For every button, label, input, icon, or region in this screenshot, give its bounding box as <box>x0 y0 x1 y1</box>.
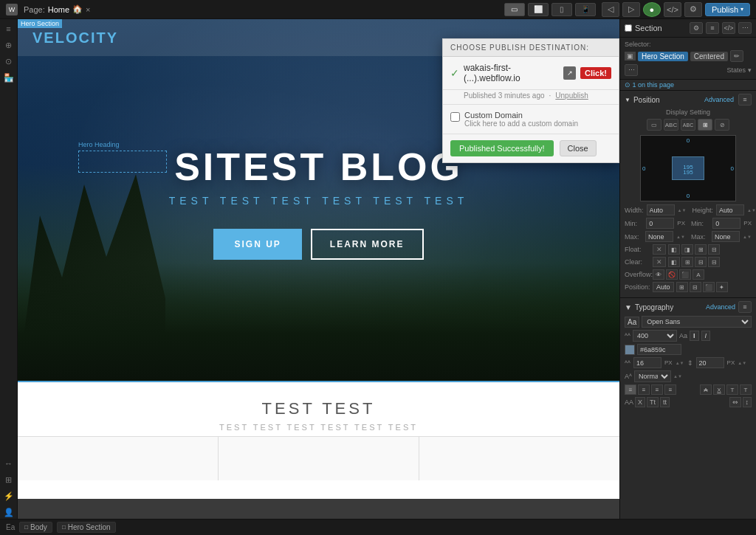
height-arrows[interactable]: ▲▼ <box>747 208 756 213</box>
pos-icon4[interactable]: ✦ <box>716 282 728 292</box>
normal-arrows[interactable]: ▲▼ <box>673 374 682 379</box>
tablet-device-btn[interactable]: ⬜ <box>528 3 549 16</box>
learn-more-button[interactable]: LEARN MORE <box>311 229 424 260</box>
breadcrumb-body[interactable]: □ Body <box>19 522 52 533</box>
breadcrumb-hero-section[interactable]: □ Hero Section <box>57 522 116 533</box>
max-width-input[interactable] <box>645 231 673 242</box>
font-select[interactable]: Open Sans <box>642 316 752 328</box>
ea-label[interactable]: Ea <box>6 523 15 531</box>
font-size-arrows[interactable]: ▲▼ <box>676 361 684 365</box>
text-btn1[interactable]: T <box>726 384 738 395</box>
display-none-icon[interactable]: ⊘ <box>715 119 729 131</box>
overflow-scroll-icon[interactable]: ⬛ <box>679 269 691 280</box>
spacing-btn2[interactable]: ↕ <box>743 397 752 407</box>
float-left-icon[interactable]: ◧ <box>668 244 680 255</box>
publish-button[interactable]: Publish ▾ <box>705 3 750 16</box>
clear-icon1[interactable]: ◧ <box>668 257 680 267</box>
clear-icon3[interactable]: ⊟ <box>695 257 707 267</box>
sidebar-icon-add[interactable]: ⊕ <box>2 38 16 52</box>
selector-box-icon[interactable]: ▣ <box>625 52 636 61</box>
strikethrough-btn[interactable]: A <box>700 384 712 395</box>
text-btn2[interactable]: T <box>740 384 752 395</box>
height-input[interactable] <box>716 204 744 215</box>
sidebar-icon-layers[interactable]: ≡ <box>2 22 16 35</box>
overflow-hidden-icon[interactable]: 🚫 <box>666 269 678 280</box>
typo-icon-btn[interactable]: ≡ <box>738 301 752 313</box>
float-icon4[interactable]: ⊟ <box>708 244 720 255</box>
panel-code-icon[interactable]: </> <box>722 22 735 34</box>
selector-add-icon[interactable]: ⋯ <box>625 64 638 76</box>
line-height-input[interactable] <box>696 357 724 368</box>
popup-close-btn[interactable]: Close <box>560 140 597 156</box>
sidebar-icon-assets[interactable]: ⊙ <box>2 55 16 68</box>
max-w-arrows[interactable]: ▲▼ <box>676 235 685 239</box>
overflow-visible-icon[interactable]: 👁 <box>653 269 664 280</box>
sidebar-icon-bottom2[interactable]: ⊞ <box>2 473 16 486</box>
display-block-icon[interactable]: ▭ <box>647 119 662 131</box>
pos-icon1[interactable]: ⊞ <box>676 282 688 292</box>
color-swatch[interactable] <box>625 345 635 355</box>
mobile-device-btn[interactable]: 📱 <box>575 3 596 16</box>
popup-publish-btn[interactable]: Published Successfully! <box>450 140 554 156</box>
weight-select[interactable]: 400 <box>633 330 677 342</box>
max-height-input[interactable] <box>712 231 740 242</box>
canvas-area[interactable]: Hero Section VELOCITY Hero Heading SITES… <box>18 19 619 519</box>
float-icon3[interactable]: ⊞ <box>695 244 707 255</box>
undo-btn[interactable]: ◁ <box>602 2 619 17</box>
sidebar-icon-bottom4[interactable]: 👤 <box>2 505 16 519</box>
centered-tag[interactable]: Centered <box>690 52 728 61</box>
sidebar-icon-ecomm[interactable]: 🏪 <box>2 71 16 84</box>
aa-btn[interactable]: X <box>635 397 645 407</box>
italic-btn[interactable]: I <box>701 331 711 341</box>
desktop-device-btn[interactable]: ▭ <box>504 3 525 16</box>
underline-btn[interactable]: X <box>713 384 725 395</box>
display-inline-block-icon[interactable]: ABC <box>664 119 678 131</box>
hero-section-tag[interactable]: Hero Section <box>638 52 688 61</box>
min-height-input[interactable] <box>712 218 740 229</box>
popup-unpublish-link[interactable]: Unpublish <box>555 92 588 100</box>
pos-icon2[interactable]: ⊟ <box>690 282 701 292</box>
bold-btn[interactable]: I <box>690 331 699 341</box>
panel-lines-icon[interactable]: ≡ <box>706 22 719 34</box>
settings-btn[interactable]: ⚙ <box>684 2 702 17</box>
clear-icon4[interactable]: ⊟ <box>708 257 720 267</box>
typo-advanced-link[interactable]: Advanced <box>706 303 735 311</box>
tt-small-btn[interactable]: tt <box>660 397 670 407</box>
popup-ext-link-btn[interactable]: ↗ <box>563 66 576 80</box>
display-inline-icon[interactable]: ABC <box>681 119 695 131</box>
panel-settings-icon[interactable]: ⚙ <box>690 22 703 34</box>
float-right-icon[interactable]: ◨ <box>681 244 693 255</box>
width-input[interactable] <box>647 204 675 215</box>
selector-edit-icon[interactable]: ✏ <box>730 50 743 62</box>
align-center-btn[interactable]: ≡ <box>638 384 650 395</box>
align-justify-btn[interactable]: ≡ <box>664 384 676 395</box>
signup-button[interactable]: SIGN UP <box>213 229 301 260</box>
line-height-arrows[interactable]: ▲▼ <box>738 361 746 365</box>
width-arrows[interactable]: ▲▼ <box>678 208 687 213</box>
pos-icon3[interactable]: ⬛ <box>703 282 715 292</box>
page-close-icon[interactable]: × <box>86 5 90 14</box>
position-icon-btn[interactable]: ≡ <box>738 94 752 106</box>
tablet-small-device-btn[interactable]: ▯ <box>551 3 572 16</box>
states-arrow[interactable]: ▾ <box>748 66 752 74</box>
sidebar-icon-bottom1[interactable]: ↔ <box>2 457 16 470</box>
normal-select[interactable]: Normal <box>634 370 671 382</box>
custom-domain-checkbox[interactable] <box>450 112 460 122</box>
font-size-input[interactable] <box>633 357 662 368</box>
align-right-btn[interactable]: ≡ <box>651 384 663 395</box>
section-checkbox[interactable] <box>625 24 632 32</box>
tt-btn[interactable]: Tt <box>647 397 659 407</box>
min-width-input[interactable] <box>646 218 674 229</box>
code-btn[interactable]: </> <box>664 2 681 17</box>
max-h-arrows[interactable]: ▲▼ <box>743 235 752 239</box>
display-flex-icon[interactable]: ⊞ <box>698 119 712 131</box>
align-left-btn[interactable]: ≡ <box>625 384 636 395</box>
redo-btn[interactable]: ▷ <box>622 2 640 17</box>
color-hex-input[interactable] <box>637 344 681 355</box>
advanced-link[interactable]: Advanced <box>704 96 734 103</box>
preview-btn[interactable]: ● <box>643 2 661 17</box>
panel-more-icon[interactable]: ⋯ <box>738 22 752 34</box>
clear-icon2[interactable]: ⊞ <box>681 257 693 267</box>
overflow-auto-icon[interactable]: A <box>693 269 704 280</box>
spacing-btn1[interactable]: ⇔ <box>729 397 741 407</box>
